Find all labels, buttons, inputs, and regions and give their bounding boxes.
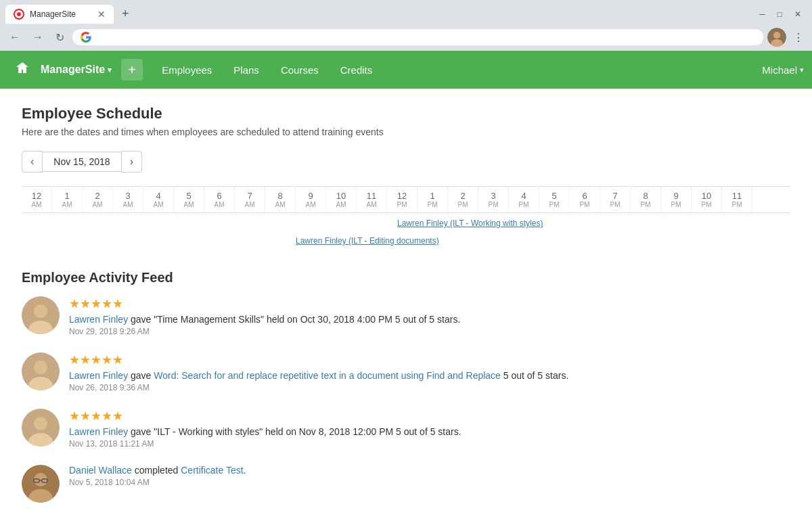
nav-link-courses[interactable]: Courses	[270, 53, 330, 87]
address-bar[interactable]	[72, 29, 763, 45]
timeline-hour: 6PM	[570, 187, 600, 212]
activity-user-link[interactable]: Lawren Finley	[69, 426, 128, 437]
close-button[interactable]: ✕	[789, 7, 807, 22]
back-button[interactable]: ←	[5, 28, 24, 46]
timeline-hour: 8AM	[265, 187, 296, 212]
activity-timestamp: Nov 13, 2018 11:21 AM	[69, 439, 790, 449]
avatar	[22, 409, 60, 447]
window-controls: ─ □ ✕	[754, 7, 807, 22]
svg-point-3	[773, 32, 780, 39]
activity-description: gave "Time Management Skills" held on Oc…	[128, 314, 460, 325]
timeline-hour: 12AM	[22, 187, 52, 212]
tab-favicon	[14, 9, 24, 20]
browser-window: ManagerSite ✕ + ─ □ ✕ ← → ↻	[0, 0, 812, 51]
nav-bar: ManagerSite ▾ + Employees Plans Courses …	[0, 51, 812, 89]
add-button[interactable]: +	[121, 59, 143, 81]
browser-action-buttons: ⋮	[767, 28, 807, 47]
svg-point-18	[34, 473, 47, 486]
avatar	[22, 465, 60, 503]
timeline-hour: 10AM	[326, 187, 357, 212]
svg-point-12	[34, 361, 47, 374]
timeline-hour: 4PM	[509, 187, 539, 212]
activity-content: ★★★★★ Lawren Finley gave Word: Search fo…	[69, 352, 790, 392]
activity-text: Daniel Wallace completed Certificate Tes…	[69, 465, 790, 476]
timeline-event-1[interactable]: Lawren Finley (ILT - Working with styles…	[397, 219, 543, 228]
activity-user-link[interactable]: Lawren Finley	[69, 314, 128, 325]
browser-titlebar: ManagerSite ✕ + ─ □ ✕	[0, 0, 812, 24]
user-menu[interactable]: Michael ▾	[762, 64, 804, 76]
nav-links: Employees Plans Courses Credits	[151, 53, 383, 87]
minimize-button[interactable]: ─	[754, 7, 771, 22]
activity-feed: Employee Activity Feed ★★★★★ Lawren Finl…	[22, 270, 790, 503]
brand-label: ManagerSite	[41, 64, 105, 76]
page-title: Employee Schedule	[22, 105, 790, 122]
forward-button[interactable]: →	[28, 28, 47, 46]
timeline-hour: 10PM	[692, 187, 722, 212]
nav-link-credits[interactable]: Credits	[330, 53, 384, 87]
activity-content: Daniel Wallace completed Certificate Tes…	[69, 465, 790, 487]
calendar-navigation: ‹ Nov 15, 2018 ›	[22, 151, 790, 173]
timeline-hour: 2AM	[83, 187, 113, 212]
activity-item: ★★★★★ Lawren Finley gave Word: Search fo…	[22, 352, 790, 392]
add-icon: +	[128, 62, 136, 78]
activity-user-link[interactable]: Daniel Wallace	[69, 465, 132, 476]
new-tab-button[interactable]: +	[116, 4, 135, 24]
activity-timestamp: Nov 5, 2018 10:04 AM	[69, 478, 790, 487]
nav-link-plans[interactable]: Plans	[223, 53, 270, 87]
activity-cert-link[interactable]: Certificate Test	[181, 465, 243, 476]
browser-controls: ← → ↻ ⋮	[0, 24, 812, 51]
nav-link-employees[interactable]: Employees	[151, 53, 223, 87]
timeline-hours: 12AM1AM2AM3AM4AM5AM6AM7AM8AM9AM10AM11AM1…	[22, 186, 790, 213]
activity-course-link[interactable]: Word: Search for and replace repetitive …	[154, 370, 501, 381]
svg-point-16	[34, 417, 47, 430]
timeline-hour: 3AM	[113, 187, 143, 212]
tab-close-button[interactable]: ✕	[97, 9, 106, 19]
timeline-event-2[interactable]: Lawren Finley (ILT - Editing documents)	[296, 236, 439, 246]
url-input[interactable]	[97, 32, 755, 43]
profile-avatar[interactable]	[767, 28, 786, 47]
calendar-next-button[interactable]: ›	[121, 151, 142, 173]
timeline-hour: 7PM	[600, 187, 631, 212]
activity-user-link[interactable]: Lawren Finley	[69, 370, 128, 381]
timeline-hour: 3PM	[478, 187, 509, 212]
brand-link[interactable]: ManagerSite ▾	[37, 64, 116, 76]
refresh-button[interactable]: ↻	[51, 28, 68, 47]
activity-item: Daniel Wallace completed Certificate Tes…	[22, 465, 790, 503]
avatar	[22, 352, 60, 390]
app-container: ManagerSite ▾ + Employees Plans Courses …	[0, 51, 812, 525]
browser-tab[interactable]: ManagerSite ✕	[5, 5, 114, 24]
timeline-hour: 12PM	[387, 187, 418, 212]
activity-timestamp: Nov 26, 2018 9:36 AM	[69, 383, 790, 392]
timeline-hour: 11PM	[722, 187, 752, 212]
maximize-button[interactable]: □	[772, 7, 788, 22]
svg-point-8	[34, 304, 47, 318]
activity-content: ★★★★★ Lawren Finley gave "Time Managemen…	[69, 296, 790, 336]
star-rating: ★★★★★	[69, 409, 790, 424]
timeline-hour: 1AM	[52, 187, 83, 212]
calendar-prev-button[interactable]: ‹	[22, 151, 43, 173]
timeline-hour: 5PM	[539, 187, 570, 212]
activity-timestamp: Nov 29, 2018 9:26 AM	[69, 327, 790, 336]
activity-feed-title: Employee Activity Feed	[22, 270, 790, 286]
user-label: Michael	[762, 64, 797, 76]
timeline-hour: 4AM	[143, 187, 174, 212]
activity-text: Lawren Finley gave Word: Search for and …	[69, 370, 790, 381]
timeline: 12AM1AM2AM3AM4AM5AM6AM7AM8AM9AM10AM11AM1…	[22, 186, 790, 254]
timeline-hour: 9PM	[661, 187, 692, 212]
timeline-hour: 6AM	[204, 187, 235, 212]
svg-point-1	[17, 12, 21, 16]
user-arrow-icon: ▾	[800, 66, 804, 74]
menu-button[interactable]: ⋮	[790, 28, 807, 47]
timeline-hour: 7AM	[235, 187, 265, 212]
calendar-date-display: Nov 15, 2018	[43, 152, 120, 172]
google-icon	[81, 32, 91, 43]
home-icon[interactable]	[8, 60, 37, 79]
timeline-hour: 5AM	[174, 187, 204, 212]
tab-title: ManagerSite	[30, 9, 92, 19]
avatar	[22, 296, 60, 334]
star-rating: ★★★★★	[69, 296, 790, 311]
activity-content: ★★★★★ Lawren Finley gave "ILT - Working …	[69, 409, 790, 449]
page-subtitle: Here are the dates and times when employ…	[22, 127, 790, 137]
timeline-hour: 8PM	[631, 187, 661, 212]
timeline-hour: 2PM	[448, 187, 478, 212]
